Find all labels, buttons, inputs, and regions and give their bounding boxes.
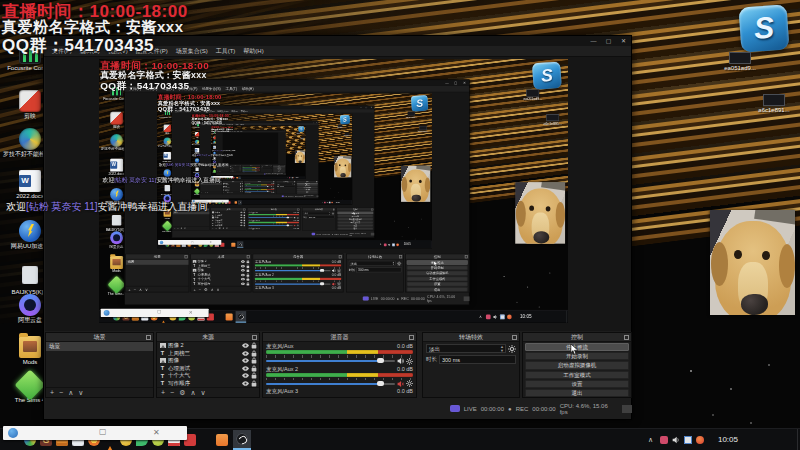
source-up-button[interactable]: ∧ — [190, 388, 195, 398]
live-label: LIVE — [284, 196, 287, 197]
aliyun-drive-icon — [19, 294, 41, 316]
volume-slider-handle — [256, 168, 257, 169]
taskbar-clock[interactable]: 10:05 — [718, 429, 738, 450]
menu-view: 视图(V) — [212, 123, 218, 125]
scene-transitions-panel: 转场特效 淡出 ▲▼ 时长 300 ms — [302, 208, 336, 231]
tray-volume-icon[interactable] — [672, 436, 680, 444]
visibility-eye-icon[interactable] — [242, 381, 249, 386]
visibility-eye-icon[interactable] — [242, 373, 249, 378]
taskbar-obs-studio-active — [237, 241, 243, 248]
visibility-eye-icon — [240, 183, 241, 184]
popout-icon[interactable] — [512, 335, 517, 340]
mixer-panel-header: 混音器 — [263, 333, 416, 342]
lock-icon[interactable] — [251, 380, 257, 387]
popout-icon — [241, 165, 242, 166]
scene-item[interactable]: 场景 — [46, 342, 153, 351]
overlay-qq-group: QQ群：541703435 — [211, 130, 229, 133]
tray-chevron-icon[interactable]: ∧ — [648, 436, 653, 444]
visibility-eye-icon[interactable] — [242, 358, 249, 363]
tray-app-icon-3[interactable] — [696, 436, 704, 444]
obs-titlebar: — ▢ ✕ — [125, 80, 469, 86]
taskbar-obs-studio-active[interactable] — [233, 430, 251, 450]
volume-slider-handle[interactable] — [377, 381, 384, 386]
source-row[interactable]: T 心理测试 — [157, 365, 259, 373]
source-row: 图像 — [191, 268, 251, 272]
remove-scene-button[interactable]: − — [59, 388, 63, 398]
taskbar-vlc-cone-icon[interactable] — [104, 446, 116, 450]
visibility-eye-icon[interactable] — [242, 351, 249, 356]
tray-app-icon-1[interactable] — [660, 436, 668, 444]
gear-icon[interactable] — [406, 358, 413, 365]
add-scene-button[interactable]: + — [50, 388, 54, 398]
remove-source-button[interactable]: − — [170, 388, 174, 398]
start-virtual-camera-button[interactable]: 启动虚拟摄像机 — [525, 361, 629, 369]
mixer-channel-clipped: 麦克风/Aux 30.0 dB — [242, 171, 260, 172]
lock-icon — [242, 187, 243, 188]
restore-icon[interactable]: ▢ — [99, 427, 107, 436]
volume-slider-handle[interactable] — [377, 358, 384, 363]
add-source-button[interactable]: + — [161, 388, 165, 398]
logitech-tool-icon — [19, 128, 41, 150]
gear-icon[interactable] — [406, 380, 413, 387]
lock-icon[interactable] — [251, 357, 257, 364]
taskbar-yellowgreen-sphere-app — [188, 313, 195, 320]
volume-slider[interactable] — [266, 383, 395, 385]
taskbar-orange-app-1[interactable] — [216, 434, 228, 446]
exit-button[interactable]: 退出 — [525, 389, 629, 397]
source-down-button[interactable]: ∨ — [201, 388, 206, 398]
tray-app-icon-2[interactable] — [684, 436, 692, 444]
desktop-file-a6c1e891[interactable]: a6c1e891... — [752, 94, 796, 113]
lock-icon — [246, 282, 250, 286]
maximize-icon[interactable]: ▢ — [601, 36, 616, 46]
source-row[interactable]: 图像 — [157, 357, 259, 365]
mixer-channel-clipped: 麦克风/Aux 30.0 dB — [253, 286, 343, 291]
minimize-icon: — — [309, 121, 312, 123]
source-row[interactable]: T 上周榜三 — [157, 350, 259, 358]
lock-icon[interactable] — [251, 350, 257, 357]
desktop-icon-label: Mods — [100, 269, 134, 273]
transition-gear-icon[interactable] — [508, 345, 516, 353]
speaker-icon[interactable] — [397, 358, 404, 364]
popout-icon[interactable] — [409, 335, 414, 340]
folder-icon — [110, 256, 123, 269]
scene-down-button[interactable]: ∨ — [78, 388, 83, 398]
rec-dot-icon: ● — [332, 233, 333, 235]
mini-window[interactable]: ▢ ✕ — [3, 426, 187, 440]
studio-mode-button[interactable]: 工作室模式 — [525, 371, 629, 379]
source-properties-gear-icon[interactable]: ⚙ — [179, 388, 185, 398]
settings-button[interactable]: 设置 — [525, 380, 629, 388]
menu-tools[interactable]: 工具(T) — [212, 47, 240, 56]
lock-icon[interactable] — [251, 372, 257, 379]
source-row[interactable]: T 十个大气 — [157, 372, 259, 380]
desktop-file-ea051ad9[interactable]: ea051ad9... — [718, 52, 762, 71]
lock-icon[interactable] — [251, 342, 257, 349]
obs-preview-area: Focusrite Control 剪映 罗技不好不能检测到 2022.docx… — [125, 92, 469, 253]
desktop-icon-label: 2022.docx — [100, 172, 134, 176]
volume-slider[interactable] — [266, 360, 395, 362]
minimize-icon[interactable]: — — [586, 36, 601, 46]
visibility-eye-icon[interactable] — [242, 343, 249, 348]
popout-icon[interactable] — [146, 335, 151, 340]
speaker-muted-icon[interactable] — [397, 381, 404, 387]
dog-nose — [533, 231, 549, 243]
visibility-eye-icon[interactable] — [242, 366, 249, 371]
popout-icon[interactable] — [252, 335, 257, 340]
close-icon[interactable]: ✕ — [616, 36, 631, 46]
source-row[interactable]: T 写作顺序 — [157, 380, 259, 388]
select-spinner-icon[interactable]: ▲▼ — [500, 345, 504, 353]
source-row[interactable]: 图像 2 — [157, 342, 259, 350]
live-time: 00:00:00 — [268, 174, 271, 175]
popout-icon[interactable] — [624, 335, 629, 340]
duration-field[interactable]: 300 ms — [439, 355, 516, 364]
scene-up-button[interactable]: ∧ — [68, 388, 73, 398]
desktop-file-a6c1e891: a6c1e891... — [540, 114, 566, 125]
show-desktop-button — [352, 200, 353, 204]
menu-help[interactable]: 帮助(H) — [239, 47, 267, 56]
obs-preview-canvas[interactable]: Focusrite Control 剪映 罗技不好不能检测到 2022.docx… — [99, 59, 568, 323]
sims-s-logo[interactable]: S — [738, 4, 789, 52]
menu-scene-collection[interactable]: 场景集合(S) — [172, 47, 212, 56]
network-indicator — [316, 195, 318, 197]
close-icon[interactable]: ✕ — [153, 428, 160, 437]
transition-select[interactable]: 淡出 ▲▼ — [426, 344, 506, 353]
lock-icon[interactable] — [251, 365, 257, 372]
